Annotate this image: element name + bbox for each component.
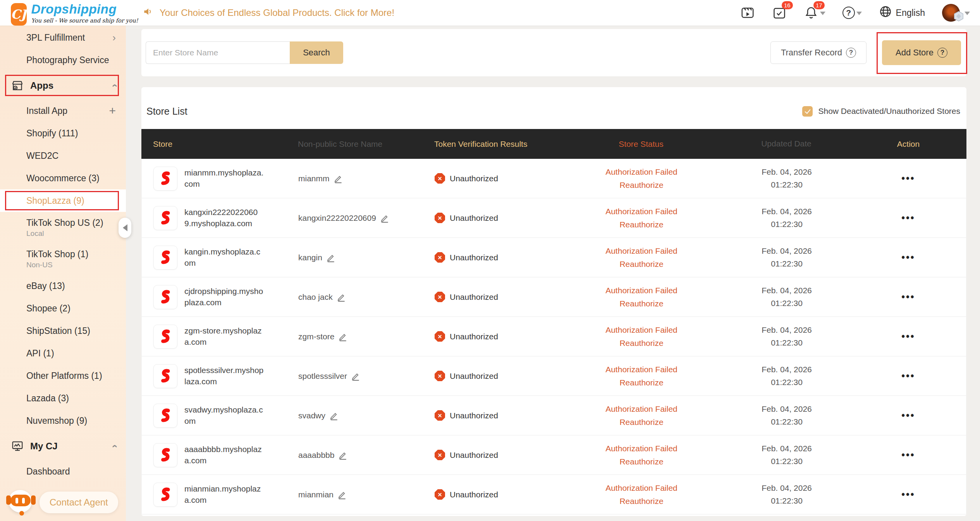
tutorials-video-icon[interactable] [740, 5, 755, 20]
row-actions-button[interactable]: ••• [901, 331, 915, 342]
add-store-label: Add Store [896, 48, 934, 58]
row-actions-button[interactable]: ••• [901, 489, 915, 500]
reauthorize-link[interactable]: Reauthorize [560, 455, 723, 468]
tasks-badge: 16 [782, 1, 793, 9]
edit-name-icon[interactable] [338, 451, 347, 460]
sidebar-item-shopee-2[interactable]: Shopee (2) [0, 297, 126, 320]
row-actions-button[interactable]: ••• [901, 173, 915, 184]
reauthorize-link[interactable]: Reauthorize [560, 179, 723, 192]
edit-name-icon[interactable] [338, 332, 347, 341]
token-status: Unauthorized [450, 332, 498, 341]
sidebar-item-woocommerce-3[interactable]: Woocommerce (3) [0, 167, 126, 189]
status-authorization-failed: Authorization Failed [560, 284, 723, 297]
search-button[interactable]: Search [290, 41, 343, 64]
row-actions-button[interactable]: ••• [901, 410, 915, 421]
row-actions-button[interactable]: ••• [901, 291, 915, 302]
reauthorize-link[interactable]: Reauthorize [560, 495, 723, 508]
sidebar-item-3pl-fulfillment[interactable]: 3PL Fulfillment› [0, 26, 126, 49]
updated-time: 01:22:30 [723, 416, 851, 428]
reauthorize-link[interactable]: Reauthorize [560, 337, 723, 350]
help-menu[interactable]: ? [842, 7, 862, 19]
updated-date: Feb. 04, 2026 [723, 442, 851, 455]
row-actions-button[interactable]: ••• [901, 449, 915, 460]
updated-time: 01:22:30 [723, 179, 851, 191]
sidebar-item-nuvemshop-9[interactable]: Nuvemshop (9) [0, 409, 126, 432]
reauthorize-link[interactable]: Reauthorize [560, 376, 723, 389]
row-actions-button[interactable]: ••• [901, 252, 915, 263]
show-deactivated-label: Show Deactivated/Unauthorized Stores [818, 107, 960, 116]
app-logo[interactable]: CJ Dropshipping You sell - We source and… [0, 0, 128, 26]
edit-name-icon[interactable] [326, 253, 335, 262]
updated-time: 01:22:30 [723, 455, 851, 468]
unauthorized-x-icon: ✕ [435, 410, 445, 421]
sidebar-item-shopify-111[interactable]: Shopify (111) [0, 122, 126, 144]
sidebar-item-ebay-13[interactable]: eBay (13) [0, 275, 126, 297]
edit-name-icon[interactable] [351, 371, 360, 381]
reauthorize-link[interactable]: Reauthorize [560, 416, 723, 429]
announcement-banner[interactable]: Your Choices of Endless Global Products.… [143, 6, 394, 20]
token-status: Unauthorized [450, 213, 498, 223]
language-selector[interactable]: English [879, 5, 925, 21]
sidebar-item-label: WED2C [26, 151, 58, 161]
edit-name-icon[interactable] [337, 490, 347, 499]
show-deactivated-toggle[interactable]: Show Deactivated/Unauthorized Stores [802, 106, 960, 117]
sidebar-section-my-cj[interactable]: My CJ› [0, 432, 126, 460]
sidebar-item-shoplazza-9[interactable]: ShopLazza (9) [0, 189, 126, 212]
edit-name-icon[interactable] [337, 292, 346, 302]
reauthorize-link[interactable]: Reauthorize [560, 258, 723, 271]
status-authorization-failed: Authorization Failed [560, 442, 723, 455]
chevron-left-icon [119, 224, 127, 231]
tasks-icon[interactable]: 16 [772, 5, 787, 20]
store-domain: mianmian.myshoplaza.com [184, 483, 264, 506]
add-store-button[interactable]: Add Store ? [882, 40, 961, 65]
sidebar-item-tiktok-shop-1[interactable]: TikTok Shop (1)Non-US [0, 243, 126, 275]
sidebar-collapse-handle[interactable] [119, 218, 131, 238]
status-authorization-failed: Authorization Failed [560, 363, 723, 376]
sidebar-item-label: TikTok Shop US (2) [26, 218, 103, 228]
sidebar-item-shipstation-15[interactable]: ShipStation (15) [0, 320, 126, 342]
checkbox-checked-icon[interactable] [802, 106, 813, 117]
add-store-annotation: Add Store ? [882, 40, 961, 65]
reauthorize-link[interactable]: Reauthorize [560, 297, 723, 310]
sidebar-item-other-platforms-1[interactable]: Other Platforms (1) [0, 365, 126, 387]
sidebar-item-wed2c[interactable]: WED2C [0, 144, 126, 167]
notifications-badge: 17 [813, 1, 825, 9]
table-header: StoreNon-public Store NameToken Verifica… [141, 129, 966, 159]
contact-agent-button[interactable]: Contact Agent [40, 492, 118, 513]
store-nickname: aaaabbbb [298, 451, 334, 460]
membership-level-icon [953, 10, 965, 24]
store-nickname: mianmian [298, 490, 334, 499]
sidebar-item-api-1[interactable]: API (1) [0, 342, 126, 365]
sidebar-item-dashboard[interactable]: Dashboard [0, 460, 126, 483]
edit-name-icon[interactable] [334, 174, 343, 183]
notifications-menu[interactable]: 17 [804, 5, 825, 20]
reauthorize-link[interactable]: Reauthorize [560, 218, 723, 231]
sidebar-item-sublabel: Non-US [26, 261, 53, 269]
sidebar-section-apps[interactable]: Apps› [0, 71, 126, 100]
sidebar-item-tiktok-shop-us-2[interactable]: TikTok Shop US (2)Local [0, 212, 126, 243]
sidebar-item-label: Other Platforms (1) [26, 371, 102, 381]
updated-time: 01:22:30 [723, 337, 851, 349]
contact-agent[interactable]: Contact Agent [4, 487, 118, 518]
store-search-input[interactable] [146, 41, 290, 64]
edit-name-icon[interactable] [380, 213, 389, 223]
transfer-record-button[interactable]: Transfer Record ? [770, 41, 867, 64]
sidebar-item-photography-service[interactable]: Photography Service [0, 49, 126, 71]
sidebar-item-label: Lazada (3) [26, 393, 69, 404]
main-content: Search Transfer Record ? Add Store ? [126, 26, 980, 521]
table-row: svadwy.myshoplaza.com svadwy ✕ Unauthori… [142, 396, 966, 435]
row-actions-button[interactable]: ••• [901, 212, 915, 223]
updated-date: Feb. 04, 2026 [723, 205, 851, 218]
table-row: mianmian.myshoplaza.com mianmian ✕ Unaut… [142, 475, 966, 514]
chevron-right-icon: › [112, 33, 116, 43]
column-header-token: Token Verification Results [424, 139, 560, 149]
header-actions: 16 17 ? English [740, 2, 972, 24]
table-row: zgm-store.myshoplaza.com zgm-store ✕ Una… [142, 317, 966, 356]
edit-name-icon[interactable] [329, 411, 339, 420]
sidebar-item-lazada-3[interactable]: Lazada (3) [0, 387, 126, 409]
user-menu[interactable] [942, 2, 972, 24]
sidebar-item-install-app[interactable]: Install App+ [0, 100, 126, 122]
shoplazza-store-logo-icon [153, 285, 177, 309]
row-actions-button[interactable]: ••• [901, 370, 915, 381]
chevron-down-icon [856, 12, 862, 18]
